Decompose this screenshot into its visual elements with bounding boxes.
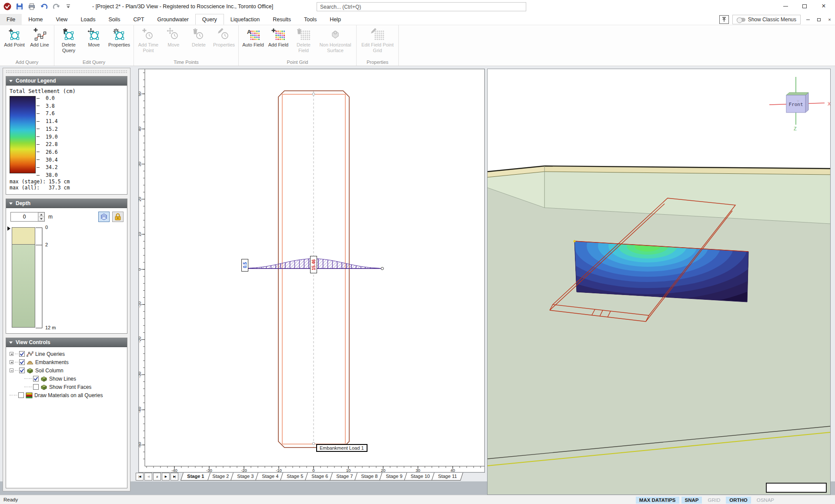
menu-groundwater[interactable]: Groundwater	[151, 14, 195, 25]
svg-text:10: 10	[139, 232, 142, 237]
window-title: - [Project 2* - Plan/3D View - Registere…	[92, 3, 273, 10]
search-input[interactable]	[317, 2, 526, 11]
depth-planes-button[interactable]	[98, 212, 110, 222]
redo-icon[interactable]	[51, 2, 61, 11]
maximize-button[interactable]	[795, 0, 814, 12]
menu-file[interactable]: File	[0, 14, 22, 25]
expander-icon[interactable]	[10, 360, 13, 364]
mdi-restore-button[interactable]	[815, 16, 822, 23]
checkbox[interactable]	[33, 384, 39, 390]
properties-button[interactable]: Properties	[107, 26, 132, 56]
tree-item-show-front-faces[interactable]: Show Front Faces	[7, 383, 126, 391]
legend-tick: 11.4	[37, 118, 58, 124]
lock-depth-button[interactable]	[112, 212, 124, 222]
svg-text:50: 50	[139, 92, 142, 96]
checkbox[interactable]	[19, 368, 25, 373]
toggle-switch-icon[interactable]	[737, 18, 745, 22]
status-toggle-max-datatips[interactable]: MAX DATATIPS	[636, 497, 679, 504]
status-toggle-osnap[interactable]: OSNAP	[753, 497, 778, 504]
status-toggle-grid[interactable]: GRID	[704, 497, 724, 504]
add-line-button[interactable]: Add Line	[27, 26, 52, 56]
menu-home[interactable]: Home	[22, 14, 49, 25]
embankments-icon	[27, 359, 33, 365]
stepper-up[interactable]	[38, 212, 44, 217]
plan-view[interactable]: 50403020100-10-20-30-40-50-40-30-20-1001…	[138, 69, 485, 473]
menu-help[interactable]: Help	[323, 14, 347, 25]
menu-soils[interactable]: Soils	[102, 14, 127, 25]
menu-view[interactable]: View	[50, 14, 74, 25]
props-query-icon	[112, 27, 126, 41]
tree-item-show-lines[interactable]: Show Lines	[7, 375, 126, 383]
stepper-down[interactable]	[38, 217, 44, 221]
expander-icon[interactable]	[10, 368, 13, 372]
ribbon-export-icon[interactable]	[719, 15, 729, 24]
auto-field-button[interactable]: AAuto Field	[240, 26, 266, 56]
menu-query[interactable]: Query	[195, 14, 224, 25]
stage-nav-4[interactable]: ▶|	[170, 473, 178, 481]
contour-legend-header[interactable]: Contour Legend	[6, 76, 127, 86]
tree-item-embankments[interactable]: Embankments	[7, 358, 126, 366]
menu-liquefaction[interactable]: Liquefaction	[224, 14, 266, 25]
query-start-point-3d	[573, 240, 575, 242]
minimize-button[interactable]	[776, 0, 795, 12]
non-horizontal-surface-button: Non Horizontal Surface	[316, 26, 354, 56]
tree-item-soil-column[interactable]: Soil Column	[7, 366, 126, 375]
menu-tools[interactable]: Tools	[297, 14, 323, 25]
depth-stepper[interactable]	[38, 212, 44, 221]
svg-text:-10: -10	[276, 468, 282, 472]
view-controls-header[interactable]: View Controls	[6, 338, 127, 347]
status-toggle-ortho[interactable]: ORTHO	[726, 497, 751, 504]
menu-cpt[interactable]: CPT	[127, 14, 151, 25]
tab-stage-1[interactable]: Stage 1	[180, 473, 210, 481]
checkbox[interactable]	[33, 376, 39, 381]
print-icon[interactable]	[27, 2, 37, 11]
stage-nav-0[interactable]: |◀	[136, 473, 144, 481]
stage-nav-1[interactable]: ◀	[144, 473, 152, 481]
tree-guide	[29, 387, 32, 387]
add-field-button[interactable]: Add Field	[266, 26, 291, 56]
checkbox[interactable]	[18, 392, 24, 398]
depth-header[interactable]: Depth	[6, 199, 127, 208]
stage-nav-3[interactable]: ▶	[162, 473, 170, 481]
status-toggles: MAX DATATIPSSNAPGRIDORTHOOSNAP	[636, 495, 778, 504]
close-button[interactable]: ×	[814, 0, 833, 12]
stage-nav-2[interactable]: #	[153, 473, 161, 481]
materials-icon	[26, 392, 33, 398]
ribbon-button-label: Add Point	[4, 42, 25, 48]
status-toggle-snap[interactable]: SNAP	[681, 497, 702, 504]
mdi-minimize-button[interactable]	[804, 16, 812, 23]
undo-icon[interactable]	[39, 2, 49, 11]
tab-stage-10[interactable]: Stage 10	[404, 473, 436, 481]
delete-query-button[interactable]: Delete Query	[56, 26, 81, 56]
lock-icon	[113, 212, 123, 221]
depth-marker-icon[interactable]	[7, 226, 10, 231]
legend-tick: 19.0	[37, 134, 58, 140]
ribbon-button-label: Add Time Point	[136, 42, 161, 53]
tree-item-line-queries[interactable]: Line Queries	[7, 350, 126, 358]
tree-item-draw-materials-on-all-queries[interactable]: Draw Materials on all Queries	[7, 391, 126, 399]
soil-column-preview: 0 2 12 m	[6, 224, 127, 333]
mdi-close-button[interactable]: ×	[826, 16, 833, 23]
checkbox[interactable]	[19, 359, 25, 365]
three-d-view[interactable]: Y Front X Z	[487, 69, 831, 495]
add-point-icon	[7, 27, 21, 41]
expander-icon[interactable]	[10, 352, 13, 356]
delete-time-icon	[192, 27, 206, 41]
line-queries-icon	[27, 351, 33, 357]
depth-input[interactable]	[11, 212, 38, 221]
show-classic-menus-toggle[interactable]: Show Classic Menus	[732, 15, 801, 24]
ribbon-group-label: Add Query	[2, 59, 52, 66]
ribbon-button-label: Properties	[213, 42, 235, 48]
customize-qat-icon[interactable]	[63, 2, 73, 11]
checkbox[interactable]	[19, 351, 25, 357]
menu-loads[interactable]: Loads	[74, 14, 102, 25]
svg-text:0: 0	[139, 268, 142, 270]
tab-stage-11[interactable]: Stage 11	[431, 473, 463, 481]
add-point-button[interactable]: Add Point	[2, 26, 27, 56]
ribbon-group-edit-query: Delete QueryMovePropertiesEdit Query	[54, 25, 134, 66]
move-button[interactable]: Move	[81, 26, 107, 56]
save-icon[interactable]	[15, 2, 24, 11]
layers-icon	[100, 212, 108, 221]
sidebar-drag-handle[interactable]	[6, 70, 127, 74]
menu-results[interactable]: Results	[266, 14, 297, 25]
